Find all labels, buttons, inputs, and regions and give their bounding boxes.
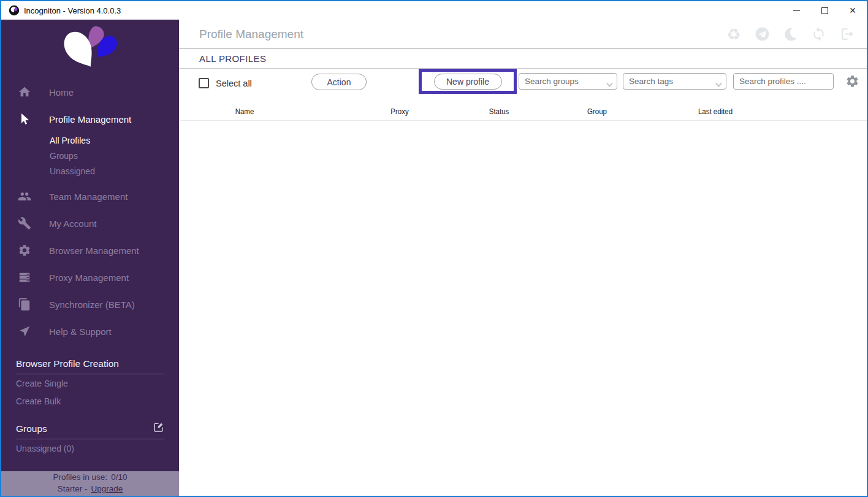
sidebar-item-create-single[interactable]: Create Single	[16, 374, 164, 392]
incogniton-logo	[1, 20, 179, 79]
layers-icon	[18, 298, 31, 311]
dark-mode-moon-icon[interactable]	[782, 26, 798, 42]
telegram-send-icon[interactable]	[754, 26, 770, 42]
sidebar-item-label: Synchronizer (BETA)	[49, 299, 135, 310]
sidebar-item-label: My Account	[49, 218, 97, 229]
sidebar-item-create-bulk[interactable]: Create Bulk	[16, 392, 164, 410]
browser-profile-creation-heading: Browser Profile Creation	[16, 356, 164, 374]
sidebar-subitem-all-profiles[interactable]: All Profiles	[50, 133, 179, 148]
search-tags-input[interactable]	[623, 73, 726, 90]
page-title: Profile Management	[199, 28, 303, 41]
profiles-table-header: Name Proxy Status Group Last edited	[179, 106, 867, 121]
app-window: Incogniton - Version 4.0.0.3 × Home	[0, 0, 868, 497]
server-icon	[18, 271, 31, 284]
search-groups-input[interactable]	[519, 73, 617, 90]
sidebar-item-label: Home	[49, 87, 74, 98]
profiles-table-body-empty	[179, 121, 867, 496]
sidebar-subitem-groups[interactable]: Groups	[50, 148, 179, 163]
sidebar-item-home[interactable]: Home	[1, 79, 179, 106]
sidebar-item-proxy-management[interactable]: Proxy Management	[1, 264, 179, 291]
home-icon	[18, 85, 31, 99]
close-button[interactable]: ×	[839, 1, 867, 20]
profile-management-sublist: All Profiles Groups Unassigned	[1, 133, 179, 179]
sidebar-item-team-management[interactable]: Team Management	[1, 183, 179, 210]
profiles-in-use-label: Profiles in use:	[53, 472, 108, 484]
section-heading-label: Browser Profile Creation	[16, 358, 119, 369]
close-icon: ×	[850, 5, 856, 16]
wrench-icon	[18, 217, 31, 230]
browser-profile-creation-section: Browser Profile Creation Create Single C…	[1, 356, 179, 410]
sidebar-item-label: Team Management	[49, 191, 128, 202]
maximize-button[interactable]	[810, 1, 839, 20]
window-controls: ×	[782, 1, 867, 20]
tab-row: ALL PROFILES	[179, 49, 867, 69]
sidebar-item-profile-management[interactable]: Profile Management	[1, 106, 179, 133]
main-header: Profile Management ♻	[179, 20, 867, 49]
select-all-control[interactable]: Select all	[199, 78, 252, 88]
sidebar-item-synchronizer[interactable]: Synchronizer (BETA)	[1, 291, 179, 318]
new-profile-highlight: New profile	[419, 69, 517, 94]
search-profiles-field[interactable]	[733, 73, 834, 90]
groups-section: Groups Unassigned (0)	[1, 421, 179, 457]
groups-heading: Groups	[16, 421, 164, 439]
sidebar-footer: Profiles in use: 0/10 Starter - Upgrade	[1, 471, 179, 496]
tab-all-profiles[interactable]: ALL PROFILES	[199, 53, 266, 64]
search-groups-select[interactable]	[519, 73, 617, 90]
sidebar-item-browser-management[interactable]: Browser Management	[1, 237, 179, 264]
sidebar-item-group-unassigned[interactable]: Unassigned (0)	[16, 439, 164, 457]
sidebar-item-label: Browser Management	[49, 245, 139, 256]
window-title: Incogniton - Version 4.0.0.3	[24, 6, 121, 15]
recycle-icon[interactable]: ♻	[726, 26, 742, 42]
sidebar-subitem-unassigned[interactable]: Unassigned	[50, 163, 179, 179]
app-body: Home Profile Management All Profiles Gro…	[1, 20, 867, 496]
sidebar-item-help-support[interactable]: Help & Support	[1, 318, 179, 345]
minimize-icon	[793, 10, 800, 11]
upgrade-link[interactable]: Upgrade	[91, 484, 123, 495]
profiles-toolbar: Select all Action New profile	[179, 69, 867, 106]
profiles-in-use-value: 0/10	[111, 472, 127, 484]
edit-groups-icon[interactable]	[153, 422, 164, 436]
table-settings-gear-icon[interactable]	[845, 74, 859, 88]
app-icon	[9, 5, 20, 16]
search-profiles-input[interactable]	[733, 73, 834, 90]
sidebar-item-label: Help & Support	[49, 326, 112, 337]
select-all-label: Select all	[216, 79, 252, 88]
logout-icon[interactable]	[839, 26, 855, 42]
section-heading-label: Groups	[16, 423, 47, 434]
main-content: Profile Management ♻ ALL PROFILES Select…	[179, 20, 867, 496]
sidebar-item-label: Proxy Management	[49, 272, 129, 283]
gear-icon	[18, 244, 31, 257]
column-header-group[interactable]: Group	[587, 107, 607, 116]
select-all-checkbox[interactable]	[199, 78, 209, 88]
column-header-proxy[interactable]: Proxy	[390, 107, 408, 116]
action-button[interactable]: Action	[311, 74, 367, 90]
sidebar-item-my-account[interactable]: My Account	[1, 210, 179, 237]
team-icon	[18, 190, 31, 203]
column-header-last-edited[interactable]: Last edited	[698, 107, 733, 116]
plan-label: Starter -	[58, 484, 88, 495]
sync-refresh-icon[interactable]	[810, 26, 826, 42]
column-header-status[interactable]: Status	[489, 107, 509, 116]
search-tags-select[interactable]	[623, 73, 726, 90]
sidebar-item-label: Profile Management	[49, 114, 131, 125]
send-icon	[18, 325, 31, 338]
column-header-name[interactable]: Name	[235, 107, 254, 116]
minimize-button[interactable]	[782, 1, 810, 20]
sidebar: Home Profile Management All Profiles Gro…	[1, 20, 179, 496]
titlebar: Incogniton - Version 4.0.0.3 ×	[1, 1, 867, 20]
cursor-icon	[18, 112, 31, 126]
header-action-icons: ♻	[726, 26, 855, 42]
new-profile-button[interactable]: New profile	[434, 74, 502, 90]
maximize-icon	[821, 7, 828, 14]
